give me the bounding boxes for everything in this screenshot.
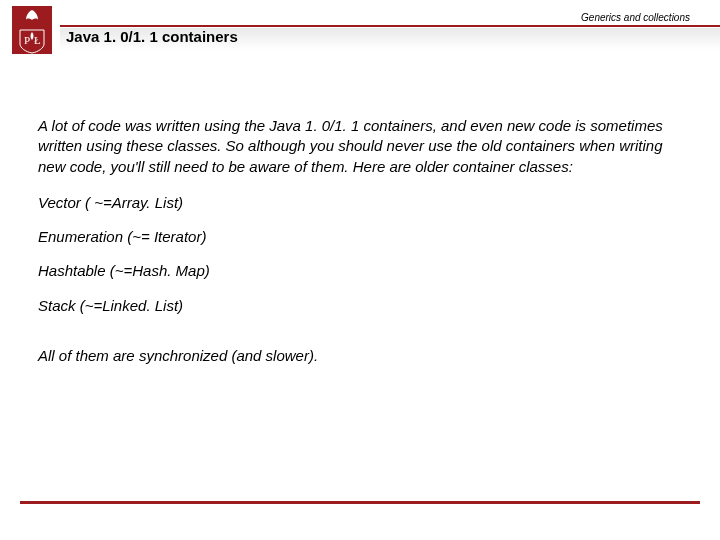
header-rule: [60, 25, 720, 27]
slide-body: A lot of code was written using the Java…: [38, 116, 682, 380]
slide-header: P Ł Generics and collections Java 1. 0/1…: [0, 0, 720, 58]
topic-label: Generics and collections: [581, 12, 690, 23]
slide-title: Java 1. 0/1. 1 containers: [66, 28, 238, 45]
footer-rule: [20, 501, 700, 504]
list-item: Hashtable (~=Hash. Map): [38, 261, 682, 281]
svg-text:Ł: Ł: [34, 34, 41, 46]
slide: P Ł Generics and collections Java 1. 0/1…: [0, 0, 720, 540]
institution-logo-icon: P Ł: [12, 6, 52, 54]
list-item: Stack (~=Linked. List): [38, 296, 682, 316]
footnote-paragraph: All of them are synchronized (and slower…: [38, 346, 682, 366]
list-item: Enumeration (~= Iterator): [38, 227, 682, 247]
intro-paragraph: A lot of code was written using the Java…: [38, 116, 682, 177]
list-item: Vector ( ~=Array. List): [38, 193, 682, 213]
svg-text:P: P: [24, 34, 30, 46]
